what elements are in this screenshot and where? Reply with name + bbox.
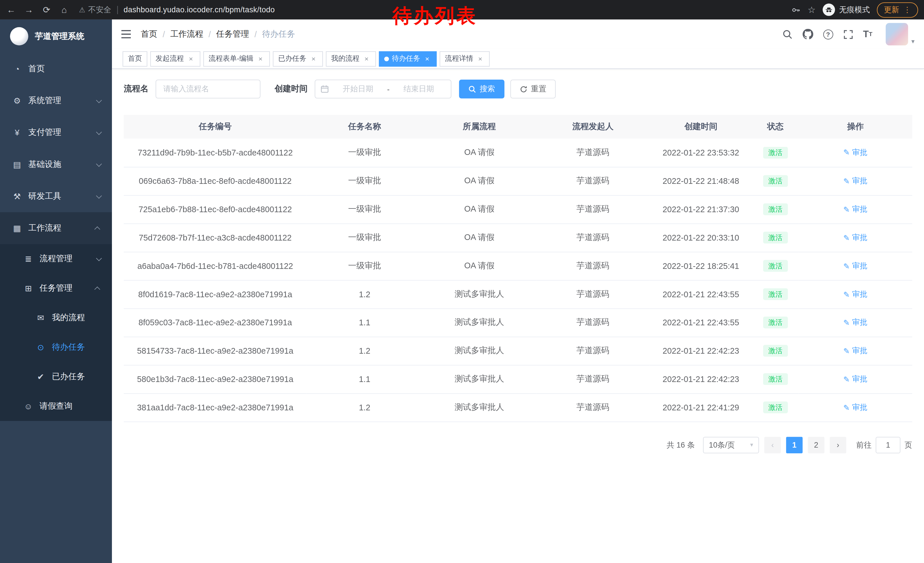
- yen-icon: ¥: [12, 128, 22, 137]
- starter-cell: 芋道源码: [536, 224, 650, 252]
- page-button-2[interactable]: 2: [808, 437, 824, 453]
- end-date-placeholder[interactable]: 结束日期: [392, 84, 446, 94]
- tab-home[interactable]: 首页: [123, 51, 147, 66]
- fullscreen-icon[interactable]: [843, 29, 853, 39]
- chevron-down-icon: [96, 129, 102, 135]
- breadcrumb-home[interactable]: 首页: [141, 29, 158, 39]
- close-icon[interactable]: ×: [362, 54, 371, 63]
- reset-button[interactable]: 重置: [510, 80, 556, 99]
- security-label: 不安全: [88, 4, 111, 15]
- edit-icon: ✎: [843, 375, 850, 383]
- back-icon[interactable]: ←: [6, 5, 16, 15]
- help-icon[interactable]: ?: [823, 29, 833, 39]
- update-button[interactable]: 更新 ⋮: [877, 2, 918, 18]
- breadcrumb: 首页 / 工作流程 / 任务管理 / 待办任务: [141, 29, 295, 39]
- forward-icon[interactable]: →: [24, 5, 34, 15]
- approve-link[interactable]: ✎审批: [843, 345, 867, 356]
- reload-icon[interactable]: ⟳: [41, 4, 52, 15]
- tab-start-process[interactable]: 发起流程×: [150, 51, 200, 66]
- collapse-sidebar-icon[interactable]: [121, 30, 131, 39]
- goto-page-input[interactable]: [876, 437, 900, 453]
- process-name-input[interactable]: 请输入流程名: [155, 80, 260, 99]
- user-menu[interactable]: ▾: [886, 23, 915, 45]
- sidebar-item-system[interactable]: ⚙ 系统管理: [0, 85, 112, 117]
- sidebar-item-my-processes[interactable]: ✉ 我的流程: [0, 303, 112, 332]
- page-size-select[interactable]: 10条/页 ▾: [703, 437, 759, 453]
- status-cell: 激活: [752, 337, 799, 365]
- search-icon[interactable]: [782, 29, 792, 39]
- total-count: 共 16 条: [667, 440, 695, 450]
- bookmark-star-icon[interactable]: ☆: [808, 4, 816, 15]
- approve-link[interactable]: ✎审批: [843, 232, 867, 243]
- github-icon[interactable]: [802, 29, 813, 39]
- breadcrumb-task-management[interactable]: 任务管理: [216, 29, 249, 39]
- process-cell: 测试多审批人: [423, 280, 536, 308]
- search-button[interactable]: 搜索: [459, 80, 505, 99]
- approve-link[interactable]: ✎审批: [843, 289, 867, 300]
- action-cell: ✎审批: [799, 224, 912, 252]
- goto-page-group: 前往 页: [856, 437, 912, 453]
- approve-link[interactable]: ✎审批: [843, 176, 867, 186]
- sidebar-item-task-management[interactable]: ⊞ 任务管理: [0, 273, 112, 303]
- sidebar: 芋道管理系统 ◔ 首页 ⚙ 系统管理 ¥ 支付管理 ▤ 基础设施: [0, 20, 112, 563]
- next-page-button[interactable]: ›: [830, 437, 846, 453]
- approve-link[interactable]: ✎审批: [843, 147, 867, 158]
- chat-icon: ✉: [36, 313, 45, 323]
- browser-menu-icon[interactable]: ⋮: [903, 6, 911, 14]
- prev-page-button[interactable]: ‹: [764, 437, 781, 453]
- table-row: 8f059c03-7ac8-11ec-a9e2-a2380e71991a 1.1…: [124, 308, 912, 337]
- tab-done-tasks[interactable]: 已办任务×: [273, 51, 323, 66]
- approve-link[interactable]: ✎审批: [843, 261, 867, 271]
- sidebar-item-dev-tools[interactable]: ⚒ 研发工具: [0, 180, 112, 212]
- table-header-row: 任务编号 任务名称 所属流程 流程发起人 创建时间 状态 操作: [124, 115, 912, 138]
- sidebar-item-infrastructure[interactable]: ▤ 基础设施: [0, 149, 112, 180]
- tab-todo-tasks[interactable]: 待办任务×: [379, 51, 437, 66]
- sidebar-item-workflow[interactable]: ▦ 工作流程: [0, 212, 112, 244]
- close-icon[interactable]: ×: [423, 54, 431, 63]
- monitor-icon: ▤: [12, 160, 22, 169]
- approve-link[interactable]: ✎审批: [843, 374, 867, 384]
- tags-view-bar: 首页 发起流程× 流程表单-编辑× 已办任务× 我的流程× 待办任务× 流程详情…: [112, 49, 924, 69]
- warning-icon: ⚠: [79, 6, 85, 14]
- table-row: 75d72608-7b7f-11ec-a3c8-acde48001122 一级审…: [124, 224, 912, 252]
- chevron-down-icon: [96, 255, 102, 261]
- close-icon[interactable]: ×: [187, 54, 195, 63]
- approve-link[interactable]: ✎审批: [843, 402, 867, 413]
- start-date-placeholder[interactable]: 开始日期: [331, 84, 385, 94]
- close-icon[interactable]: ×: [476, 54, 484, 63]
- tab-process-form-edit[interactable]: 流程表单-编辑×: [203, 51, 270, 66]
- sidebar-item-done-tasks[interactable]: ✔ 已办任务: [0, 362, 112, 392]
- sidebar-item-payment[interactable]: ¥ 支付管理: [0, 117, 112, 149]
- sidebar-item-home[interactable]: ◔ 首页: [0, 53, 112, 85]
- tab-my-processes[interactable]: 我的流程×: [326, 51, 376, 66]
- tools-icon: ⚒: [12, 192, 22, 201]
- approve-link[interactable]: ✎审批: [843, 204, 867, 215]
- action-cell: ✎审批: [799, 195, 912, 224]
- home-icon[interactable]: ⌂: [59, 5, 69, 15]
- app-logo-row[interactable]: 芋道管理系统: [0, 20, 112, 53]
- sidebar-item-process-management[interactable]: ≣ 流程管理: [0, 244, 112, 273]
- action-cell: ✎审批: [799, 280, 912, 308]
- page-content: 流程名 请输入流程名 创建时间 开始日期 - 结束日期: [112, 69, 924, 563]
- font-size-icon[interactable]: TT: [863, 30, 873, 39]
- close-icon[interactable]: ×: [309, 54, 318, 63]
- date-range-picker[interactable]: 开始日期 - 结束日期: [315, 80, 452, 99]
- breadcrumb-workflow[interactable]: 工作流程: [170, 29, 203, 39]
- col-actions: 操作: [799, 115, 912, 138]
- date-range-separator: -: [387, 84, 390, 93]
- sidebar-item-leave-query[interactable]: ☺ 请假查询: [0, 392, 112, 421]
- tab-process-detail[interactable]: 流程详情×: [440, 51, 490, 66]
- pagination-bar: 共 16 条 10条/页 ▾ ‹ 1 2 › 前往 页: [124, 437, 912, 453]
- col-task-id: 任务编号: [124, 115, 307, 138]
- address-divider: [117, 6, 118, 14]
- approve-link[interactable]: ✎审批: [843, 317, 867, 328]
- goto-label: 前往: [856, 440, 872, 450]
- key-icon[interactable]: [791, 5, 801, 14]
- chevron-down-icon: ▾: [911, 38, 915, 45]
- page-button-1[interactable]: 1: [786, 437, 802, 453]
- close-icon[interactable]: ×: [256, 54, 265, 63]
- create-time-cell: 2022-01-21 22:42:23: [650, 365, 752, 393]
- chevron-down-icon: ▾: [750, 441, 753, 448]
- sidebar-item-todo-tasks[interactable]: ⊙ 待办任务: [0, 332, 112, 362]
- page: ← → ⟳ ⌂ ⚠ 不安全 dashboard.yudao.iocoder.cn…: [0, 0, 924, 563]
